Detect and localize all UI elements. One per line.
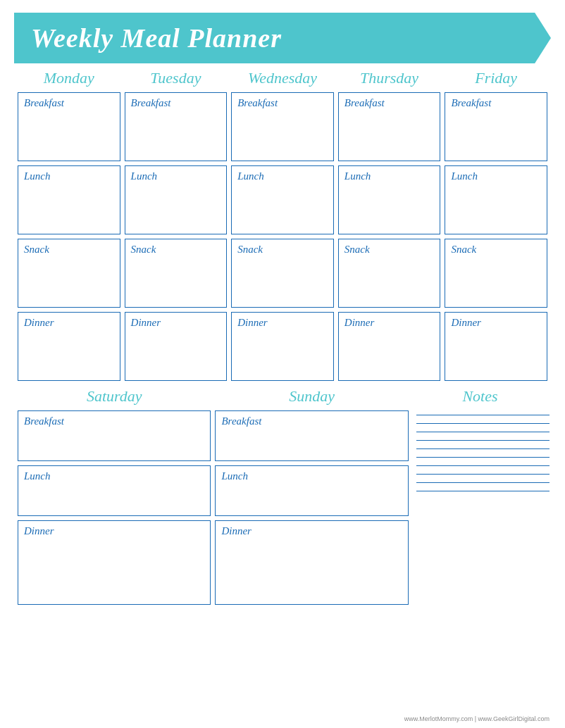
- monday-breakfast-label: Breakfast: [24, 97, 64, 109]
- sunday-dinner-label: Dinner: [221, 525, 402, 537]
- notes-line-1: [416, 414, 550, 415]
- notes-header: Notes: [411, 387, 550, 406]
- friday-snack-label: Snack: [451, 244, 476, 256]
- saturday-lunch-label: Lunch: [24, 470, 204, 482]
- notes-column: [411, 408, 550, 498]
- wednesday-breakfast-label: Breakfast: [237, 97, 278, 109]
- saturday-dinner[interactable]: Dinner: [18, 520, 211, 605]
- monday-dinner[interactable]: Dinner: [18, 312, 120, 381]
- tuesday-snack-label: Snack: [131, 244, 156, 256]
- thursday-dinner[interactable]: Dinner: [338, 312, 441, 381]
- sunday-breakfast-label: Breakfast: [221, 415, 402, 427]
- wednesday-lunch-label: Lunch: [237, 170, 264, 182]
- thursday-lunch[interactable]: Lunch: [338, 165, 441, 234]
- sunday-dinner[interactable]: Dinner: [215, 520, 408, 605]
- friday-lunch[interactable]: Lunch: [445, 165, 547, 234]
- thursday-dinner-label: Dinner: [344, 317, 375, 329]
- monday-dinner-label: Dinner: [24, 317, 54, 329]
- sunday-column: Breakfast Lunch Dinner: [213, 408, 410, 607]
- day-friday: Friday: [442, 69, 550, 87]
- day-tuesday: Tuesday: [123, 69, 230, 87]
- bottom-grid: Breakfast Lunch Dinner Breakfast Lunch D…: [15, 408, 550, 607]
- friday-dinner[interactable]: Dinner: [445, 312, 547, 381]
- day-sunday: Sunday: [213, 387, 410, 406]
- notes-line-3: [416, 431, 550, 432]
- day-thursday: Thursday: [336, 69, 443, 87]
- sunday-lunch[interactable]: Lunch: [215, 465, 408, 516]
- tuesday-breakfast[interactable]: Breakfast: [125, 92, 228, 161]
- notes-line-10: [416, 490, 550, 491]
- day-saturday: Saturday: [15, 387, 213, 406]
- wednesday-breakfast[interactable]: Breakfast: [231, 92, 334, 161]
- saturday-breakfast[interactable]: Breakfast: [18, 410, 211, 461]
- header-banner: Weekly Meal Planner: [14, 13, 551, 63]
- tuesday-lunch[interactable]: Lunch: [125, 165, 228, 234]
- monday-snack[interactable]: Snack: [18, 239, 120, 308]
- notes-line-4: [416, 439, 550, 441]
- wednesday-snack[interactable]: Snack: [231, 239, 334, 308]
- tuesday-lunch-label: Lunch: [131, 170, 158, 182]
- notes-line-2: [416, 422, 550, 424]
- tuesday-dinner[interactable]: Dinner: [125, 312, 228, 381]
- tuesday-breakfast-label: Breakfast: [131, 97, 171, 109]
- monday-lunch-label: Lunch: [24, 170, 51, 182]
- page-title: Weekly Meal Planner: [31, 23, 282, 54]
- saturday-column: Breakfast Lunch Dinner: [15, 408, 213, 607]
- thursday-snack[interactable]: Snack: [338, 239, 441, 308]
- friday-breakfast-label: Breakfast: [451, 97, 491, 109]
- saturday-lunch[interactable]: Lunch: [18, 465, 211, 516]
- saturday-dinner-label: Dinner: [24, 525, 204, 537]
- thursday-lunch-label: Lunch: [344, 170, 371, 182]
- wednesday-dinner-label: Dinner: [237, 317, 268, 329]
- wednesday-lunch[interactable]: Lunch: [231, 165, 334, 234]
- friday-breakfast[interactable]: Breakfast: [445, 92, 547, 161]
- monday-lunch[interactable]: Lunch: [18, 165, 120, 234]
- thursday-breakfast-label: Breakfast: [344, 97, 385, 109]
- weekday-headers: Monday Tuesday Wednesday Thursday Friday: [0, 69, 565, 87]
- notes-line-5: [416, 448, 550, 449]
- main-meal-grid: Breakfast Breakfast Breakfast Breakfast …: [0, 90, 565, 383]
- wednesday-dinner[interactable]: Dinner: [231, 312, 334, 381]
- sunday-breakfast[interactable]: Breakfast: [215, 410, 408, 461]
- wednesday-snack-label: Snack: [237, 244, 263, 256]
- tuesday-dinner-label: Dinner: [131, 317, 161, 329]
- notes-line-6: [416, 456, 550, 458]
- weekend-headers: Saturday Sunday Notes: [15, 387, 550, 406]
- notes-line-8: [416, 473, 550, 475]
- thursday-breakfast[interactable]: Breakfast: [338, 92, 441, 161]
- notes-line-9: [416, 482, 550, 483]
- friday-snack[interactable]: Snack: [445, 239, 547, 308]
- saturday-breakfast-label: Breakfast: [24, 415, 204, 427]
- thursday-snack-label: Snack: [344, 244, 370, 256]
- monday-snack-label: Snack: [24, 244, 49, 256]
- sunday-lunch-label: Lunch: [221, 470, 402, 482]
- friday-lunch-label: Lunch: [451, 170, 478, 182]
- tuesday-snack[interactable]: Snack: [125, 239, 228, 308]
- day-monday: Monday: [15, 69, 123, 87]
- friday-dinner-label: Dinner: [451, 317, 481, 329]
- bottom-section: Saturday Sunday Notes Breakfast Lunch Di…: [0, 387, 565, 607]
- footer-credit: www.MerlotMommy.com | www.GeekGirlDigita…: [404, 715, 550, 722]
- day-wednesday: Wednesday: [229, 69, 336, 87]
- monday-breakfast[interactable]: Breakfast: [18, 92, 120, 161]
- notes-line-7: [416, 465, 550, 466]
